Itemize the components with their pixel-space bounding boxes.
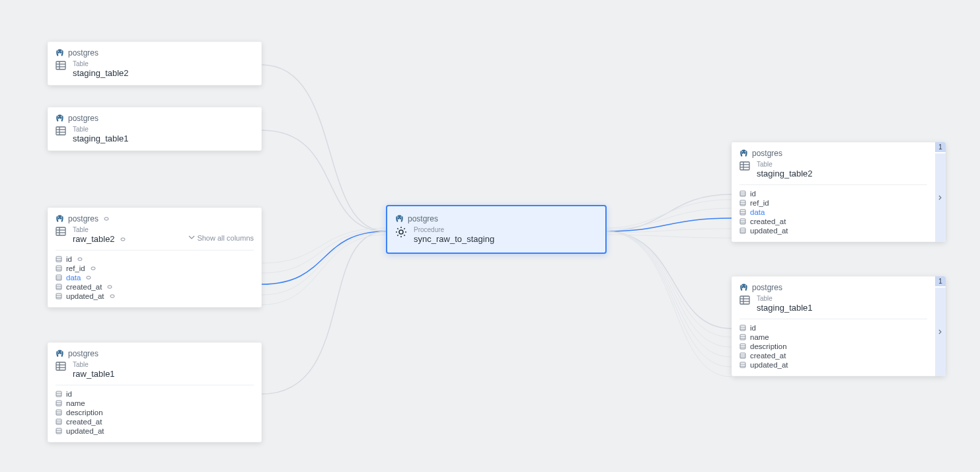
- postgres-icon: [56, 350, 64, 358]
- count-badge: 1: [935, 276, 946, 286]
- column-name: data: [750, 208, 765, 216]
- db-label: postgres: [68, 349, 98, 358]
- column-row[interactable]: updated_at: [56, 426, 254, 436]
- column-row[interactable]: id: [56, 255, 254, 264]
- object-name: sync_raw_to_staging: [414, 234, 494, 245]
- column-row[interactable]: description: [739, 342, 927, 351]
- node-raw-table2[interactable]: postgres Table raw_table2 Show all colum…: [48, 208, 262, 307]
- kind-label: Table: [757, 161, 813, 169]
- column-name: data: [66, 274, 81, 282]
- node-staging-table1-left[interactable]: postgres Table staging_table1: [48, 107, 262, 151]
- column-name: id: [750, 190, 756, 198]
- link-icon: [102, 216, 110, 222]
- column-row[interactable]: created_at: [739, 217, 927, 226]
- column-icon: [739, 209, 746, 216]
- node-raw-table1[interactable]: postgres Table raw_table1 idnamedescript…: [48, 342, 262, 442]
- object-name: raw_table2: [73, 234, 115, 245]
- link-icon: [108, 293, 116, 299]
- column-row[interactable]: description: [56, 408, 254, 417]
- object-name: staging_table1: [73, 134, 129, 144]
- column-row[interactable]: created_at: [56, 417, 254, 426]
- table-icon: [56, 361, 66, 372]
- kind-label: Table: [73, 361, 115, 369]
- show-all-label: Show all columns: [197, 234, 254, 242]
- kind-label: Procedure: [414, 226, 494, 234]
- column-name: updated_at: [750, 227, 788, 235]
- column-name: id: [66, 390, 72, 398]
- node-staging-table2-right[interactable]: 1 postgres Table staging_table2 idref_id…: [732, 142, 946, 242]
- object-name: staging_table2: [73, 68, 129, 79]
- column-row[interactable]: data: [739, 208, 927, 217]
- postgres-icon: [56, 215, 64, 223]
- kind-label: Table: [73, 60, 129, 68]
- column-icon: [739, 218, 746, 225]
- db-label: postgres: [68, 48, 98, 58]
- column-icon: [56, 400, 62, 407]
- column-row[interactable]: created_at: [56, 282, 254, 292]
- column-icon: [739, 343, 746, 350]
- column-row[interactable]: data: [56, 273, 254, 282]
- link-icon: [106, 284, 114, 290]
- count-badge: 1: [935, 142, 946, 152]
- db-label: postgres: [752, 149, 782, 158]
- column-row[interactable]: created_at: [739, 351, 927, 360]
- db-label: postgres: [68, 214, 98, 223]
- column-row[interactable]: ref_id: [56, 264, 254, 273]
- column-name: ref_id: [750, 199, 769, 207]
- table-icon: [56, 60, 66, 71]
- column-row[interactable]: id: [739, 189, 927, 198]
- expand-tab[interactable]: [935, 288, 946, 376]
- column-name: id: [750, 324, 756, 332]
- column-name: updated_at: [66, 292, 104, 300]
- column-icon: [56, 409, 62, 416]
- node-staging-table2-left[interactable]: postgres Table staging_table2: [48, 42, 262, 85]
- column-row[interactable]: id: [56, 389, 254, 399]
- column-icon: [739, 190, 746, 197]
- table-icon: [739, 161, 750, 171]
- column-name: created_at: [66, 283, 102, 291]
- db-label: postgres: [752, 283, 782, 292]
- column-icon: [56, 274, 62, 281]
- column-name: updated_at: [750, 361, 788, 369]
- postgres-icon: [56, 49, 64, 58]
- kind-label: Table: [757, 295, 813, 303]
- table-icon: [56, 226, 66, 237]
- link-icon: [76, 256, 84, 262]
- column-icon: [739, 334, 746, 340]
- column-row[interactable]: updated_at: [56, 292, 254, 301]
- node-procedure-sync[interactable]: postgres Procedure sync_raw_to_staging: [386, 205, 607, 254]
- object-name: raw_table1: [73, 369, 115, 379]
- show-all-columns-button[interactable]: Show all columns: [188, 234, 254, 242]
- table-icon: [739, 295, 750, 305]
- object-name: staging_table1: [757, 303, 813, 313]
- column-list: idref_iddatacreated_atupdated_at: [739, 184, 927, 242]
- column-icon: [56, 391, 62, 397]
- column-icon: [739, 352, 746, 359]
- column-row[interactable]: ref_id: [739, 198, 927, 208]
- column-row[interactable]: name: [56, 399, 254, 408]
- table-icon: [56, 126, 66, 136]
- column-icon: [739, 325, 746, 331]
- link-icon: [85, 274, 93, 281]
- column-name: created_at: [750, 352, 786, 360]
- column-list: idnamedescriptioncreated_atupdated_at: [56, 385, 254, 442]
- postgres-icon: [739, 149, 748, 158]
- column-row[interactable]: updated_at: [739, 360, 927, 370]
- node-staging-table1-right[interactable]: 1 postgres Table staging_table1 idnamede…: [732, 276, 946, 376]
- column-icon: [739, 362, 746, 368]
- column-name: description: [750, 342, 787, 350]
- column-row[interactable]: updated_at: [739, 226, 927, 235]
- column-row[interactable]: name: [739, 333, 927, 342]
- kind-label: Table: [73, 226, 127, 234]
- column-icon: [56, 284, 62, 290]
- column-name: created_at: [66, 418, 102, 426]
- kind-label: Table: [73, 126, 129, 134]
- expand-tab[interactable]: [935, 153, 946, 242]
- chevron-down-icon: [188, 235, 195, 241]
- column-name: id: [66, 255, 72, 263]
- gear-icon: [395, 226, 407, 238]
- postgres-icon: [395, 215, 404, 223]
- column-name: name: [66, 399, 85, 407]
- column-name: ref_id: [66, 264, 85, 272]
- column-row[interactable]: id: [739, 323, 927, 333]
